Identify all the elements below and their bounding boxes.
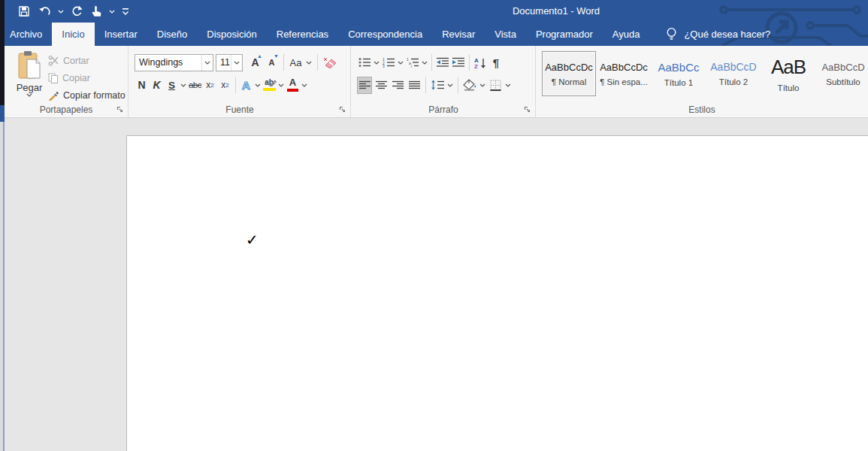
undo-button[interactable] [37, 2, 53, 20]
divider [469, 54, 470, 71]
strikethrough-button[interactable]: abc [188, 77, 202, 94]
window-title: Documento1 - Word [492, 0, 620, 23]
change-case-dropdown[interactable] [305, 54, 313, 71]
tab-correspondencia[interactable]: Correspondencia [338, 23, 432, 46]
style-titulo-2[interactable]: AaBbCcD Título 2 [706, 51, 761, 96]
paragraph-dialog-launcher[interactable] [522, 104, 532, 114]
pilcrow-glyph: ¶ [493, 56, 499, 69]
tab-insertar[interactable]: Insertar [95, 23, 147, 46]
line-spacing-icon [431, 80, 445, 90]
font-color-dropdown[interactable] [301, 77, 308, 94]
undo-icon [38, 5, 51, 17]
strikethrough-glyph: abc [189, 80, 201, 89]
font-row-1: Wingdings 11 A▲ A▼ Aa [135, 53, 337, 72]
tab-inicio[interactable]: Inicio [52, 23, 94, 46]
highlight-button[interactable]: ab [262, 77, 277, 94]
bullets-button[interactable] [357, 54, 372, 71]
clipboard-paste-icon [16, 50, 43, 80]
highlight-color-bar [263, 88, 276, 91]
style-titulo[interactable]: AaB Título [761, 51, 815, 96]
clear-formatting-button[interactable] [322, 54, 337, 71]
align-center-button[interactable] [374, 77, 389, 94]
divider [431, 54, 432, 71]
bold-button[interactable]: N [135, 77, 149, 94]
cut-button[interactable]: Cortar [48, 52, 126, 69]
increase-indent-button[interactable] [451, 54, 466, 71]
copy-button[interactable]: Copiar [48, 69, 126, 86]
multilevel-list-icon: 1ai [407, 57, 419, 68]
paste-button[interactable]: Pegar [12, 50, 47, 106]
numbering-dropdown[interactable] [397, 54, 404, 71]
format-painter-icon [48, 90, 59, 101]
background-window-edge-top [0, 0, 5, 105]
touch-mouse-mode-button[interactable] [89, 2, 104, 20]
align-right-button[interactable] [390, 77, 405, 94]
borders-dropdown[interactable] [504, 77, 512, 94]
font-name-combo[interactable]: Wingdings [135, 54, 213, 71]
bullets-dropdown[interactable] [373, 54, 380, 71]
tab-referencias[interactable]: Referencias [267, 23, 338, 46]
shrink-arrow-icon: ▼ [274, 53, 279, 59]
chevron-down-icon[interactable] [231, 55, 242, 71]
document-page[interactable]: ✓ [126, 135, 868, 451]
multilevel-list-button[interactable]: 1ai [405, 54, 420, 71]
chevron-down-icon[interactable] [201, 55, 213, 71]
format-painter-button[interactable]: Copiar formato [48, 86, 126, 104]
line-spacing-dropdown[interactable] [446, 77, 454, 94]
tab-ayuda[interactable]: Ayuda [603, 23, 650, 46]
style-normal[interactable]: AaBbCcDc ¶ Normal [542, 51, 596, 96]
font-color-button[interactable]: A [286, 77, 300, 94]
text-effects-button[interactable]: A [239, 77, 253, 94]
tab-revisar[interactable]: Revisar [432, 23, 485, 46]
shading-button[interactable] [462, 77, 477, 94]
tab-diseno[interactable]: Diseño [147, 23, 197, 46]
tab-programador[interactable]: Programador [526, 23, 603, 46]
document-checkmark-text: ✓ [246, 231, 259, 249]
show-paragraph-marks-button[interactable]: ¶ [488, 54, 504, 71]
font-dialog-launcher[interactable] [337, 104, 347, 114]
save-button[interactable] [17, 2, 32, 20]
undo-dropdown[interactable] [58, 2, 64, 20]
title-bar-and-tabs: Documento1 - Word Archivo Inicio Inserta… [0, 0, 868, 46]
justify-button[interactable] [407, 77, 422, 94]
sort-button[interactable]: A Z [473, 54, 488, 71]
background-window-edge-bottom [0, 122, 5, 451]
style-name: Título 2 [719, 77, 748, 86]
touch-mode-dropdown[interactable] [109, 2, 115, 20]
redo-icon [71, 5, 83, 17]
group-portapapeles: Pegar Cortar Copiar [5, 46, 129, 117]
font-color-bar [287, 89, 298, 92]
font-name-value: Wingdings [135, 57, 201, 68]
italic-button[interactable]: K [150, 77, 164, 94]
decrease-indent-button[interactable] [435, 54, 450, 71]
line-spacing-button[interactable] [430, 77, 445, 94]
underline-dropdown[interactable] [180, 77, 187, 94]
font-size-value: 11 [216, 57, 231, 68]
shading-dropdown[interactable] [479, 77, 486, 94]
style-subtitulo[interactable]: AaBbCcD Subtítulo [816, 51, 868, 96]
subscript-button[interactable]: x2 [203, 77, 217, 94]
tell-me-button[interactable]: ¿Qué desea hacer? [666, 23, 770, 46]
font-size-combo[interactable]: 11 [216, 54, 243, 71]
divider [283, 54, 284, 71]
highlight-dropdown[interactable] [277, 77, 285, 94]
style-name: ¶ Sin espa... [600, 77, 648, 86]
tab-vista[interactable]: Vista [485, 23, 526, 46]
grow-font-button[interactable]: A▲ [248, 54, 262, 71]
clipboard-dialog-launcher[interactable] [115, 104, 125, 114]
borders-button[interactable] [488, 77, 503, 94]
style-sin-espaciado[interactable]: AaBbCcDc ¶ Sin espa... [597, 51, 651, 96]
customize-qat-button[interactable] [120, 2, 131, 20]
text-effects-dropdown[interactable] [254, 77, 262, 94]
tab-archivo[interactable]: Archivo [0, 23, 52, 46]
underline-button[interactable]: S [165, 77, 179, 94]
align-left-button[interactable] [357, 77, 372, 94]
tab-disposicion[interactable]: Disposición [197, 23, 266, 46]
style-titulo-1[interactable]: AaBbCc Título 1 [652, 51, 706, 96]
redo-button[interactable] [69, 2, 84, 20]
numbering-button[interactable]: 123 [381, 54, 396, 71]
shrink-font-button[interactable]: A▼ [265, 54, 279, 71]
change-case-button[interactable]: Aa [289, 54, 303, 71]
superscript-button[interactable]: x2 [218, 77, 232, 94]
multilevel-list-dropdown[interactable] [421, 54, 428, 71]
